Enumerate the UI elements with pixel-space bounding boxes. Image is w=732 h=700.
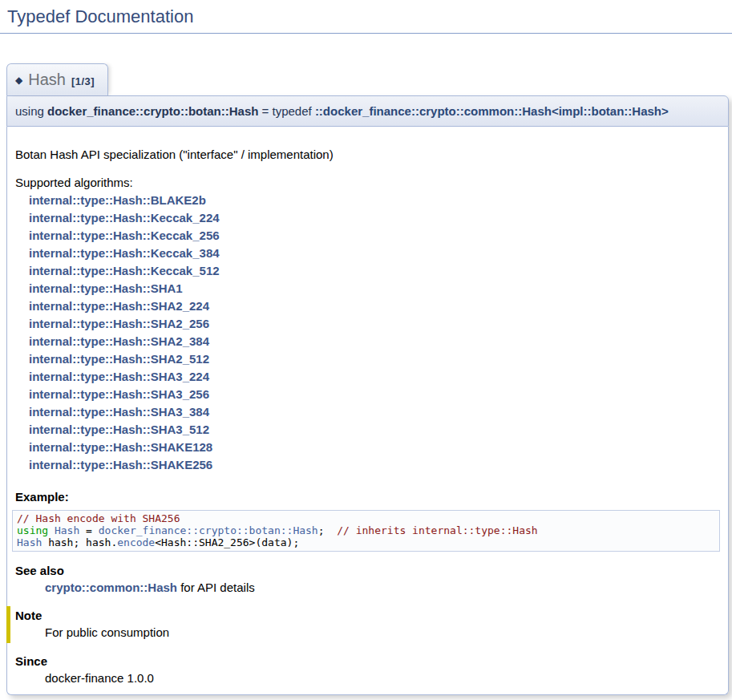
code-line: using Hash = docker_finance::crypto::bot… bbox=[17, 524, 715, 536]
code-text: ; bbox=[318, 524, 337, 536]
algorithm-link[interactable]: internal::type::Hash::SHA3_512 bbox=[29, 423, 209, 436]
see-also-section: See also crypto::common::Hash for API de… bbox=[15, 564, 720, 594]
algorithm-link[interactable]: internal::type::Hash::Keccak_256 bbox=[29, 229, 220, 242]
algorithm-link[interactable]: internal::type::Hash::SHA2_512 bbox=[29, 352, 209, 366]
note-section: Note For public consumption bbox=[6, 606, 720, 643]
algorithm-link[interactable]: internal::type::Hash::Keccak_384 bbox=[29, 246, 220, 260]
supported-algorithms-block: Supported algorithms: internal::type::Ha… bbox=[15, 174, 720, 474]
code-link[interactable]: Hash bbox=[55, 524, 79, 536]
supported-algorithms-list: internal::type::Hash::BLAKE2binternal::t… bbox=[15, 192, 720, 474]
code-link[interactable]: encode bbox=[117, 536, 155, 548]
declaration-prefix: using bbox=[15, 104, 47, 118]
algorithm-link[interactable]: internal::type::Hash::SHA1 bbox=[29, 281, 183, 295]
code-text: // inherits internal::type::Hash bbox=[337, 524, 537, 536]
code-link[interactable]: Hash bbox=[17, 536, 42, 548]
see-also-content: crypto::common::Hash for API details bbox=[45, 581, 720, 594]
algorithm-link[interactable]: internal::type::Hash::SHA3_256 bbox=[29, 387, 209, 401]
algorithm-link[interactable]: internal::type::Hash::SHA2_224 bbox=[29, 299, 209, 313]
code-line: Hash hash; hash.encode<Hash::SHA2_256>(d… bbox=[17, 536, 715, 548]
code-text: hash; hash. bbox=[42, 536, 117, 548]
declaration-target-link[interactable]: ::docker_finance::crypto::common::Hash<i… bbox=[315, 104, 669, 118]
member-overload-index: [1/3] bbox=[71, 75, 95, 87]
note-text: For public consumption bbox=[45, 625, 720, 639]
example-label: Example: bbox=[15, 490, 720, 504]
member-summary: Botan Hash API specialization ("interfac… bbox=[15, 148, 720, 161]
since-section: Since docker-finance 1.0.0 bbox=[15, 654, 720, 685]
code-text: // Hash encode with SHA256 bbox=[17, 512, 180, 524]
algorithm-link[interactable]: internal::type::Hash::SHA3_224 bbox=[29, 370, 209, 383]
code-text: = bbox=[79, 524, 98, 536]
declaration-name: docker_finance::crypto::botan::Hash bbox=[47, 104, 258, 118]
algorithm-link[interactable]: internal::type::Hash::SHA3_384 bbox=[29, 405, 209, 419]
code-text: <Hash::SHA2_256>(data); bbox=[155, 536, 299, 548]
member-documentation: Botan Hash API specialization ("interfac… bbox=[6, 127, 729, 695]
member-declaration: using docker_finance::crypto::botan::Has… bbox=[6, 95, 729, 127]
member-title-tab[interactable]: ◆Hash[1/3] bbox=[6, 63, 108, 95]
algorithm-link[interactable]: internal::type::Hash::SHAKE256 bbox=[29, 458, 212, 471]
since-text: docker-finance 1.0.0 bbox=[45, 671, 720, 685]
code-line: // Hash encode with SHA256 bbox=[17, 512, 715, 524]
algorithm-link[interactable]: internal::type::Hash::SHA2_384 bbox=[29, 334, 209, 348]
code-text bbox=[48, 524, 55, 536]
algorithm-link[interactable]: internal::type::Hash::Keccak_512 bbox=[29, 264, 220, 277]
code-fragment: // Hash encode with SHA256using Hash = d… bbox=[12, 510, 720, 552]
note-label: Note bbox=[15, 609, 720, 622]
since-label: Since bbox=[15, 654, 720, 668]
page-title: Typedef Documentation bbox=[0, 0, 732, 34]
member-name: Hash bbox=[28, 71, 66, 88]
supported-algorithms-heading: Supported algorithms: bbox=[15, 174, 720, 192]
see-also-label: See also bbox=[15, 564, 720, 577]
see-also-link[interactable]: crypto::common::Hash bbox=[45, 581, 177, 594]
see-also-suffix: for API details bbox=[177, 581, 255, 594]
algorithm-link[interactable]: internal::type::Hash::BLAKE2b bbox=[29, 193, 206, 207]
member-item: using docker_finance::crypto::botan::Has… bbox=[6, 95, 729, 695]
declaration-middle: = typedef bbox=[258, 104, 314, 118]
algorithm-link[interactable]: internal::type::Hash::SHA2_256 bbox=[29, 317, 209, 330]
code-link[interactable]: docker_finance::crypto::botan::Hash bbox=[99, 524, 318, 536]
code-text: using bbox=[17, 524, 48, 536]
permalink-diamond-icon[interactable]: ◆ bbox=[15, 75, 22, 86]
algorithm-link[interactable]: internal::type::Hash::SHAKE128 bbox=[29, 440, 212, 454]
algorithm-link[interactable]: internal::type::Hash::Keccak_224 bbox=[29, 211, 220, 225]
